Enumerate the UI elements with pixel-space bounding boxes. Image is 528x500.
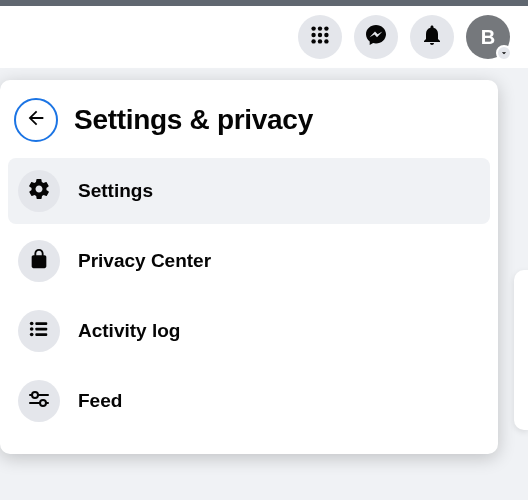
svg-point-7 bbox=[318, 39, 322, 43]
svg-rect-10 bbox=[35, 322, 47, 325]
menu-item-label: Activity log bbox=[78, 320, 180, 342]
menu-apps-button[interactable] bbox=[298, 15, 342, 59]
list-icon bbox=[28, 318, 50, 344]
svg-point-18 bbox=[40, 400, 46, 406]
svg-point-16 bbox=[32, 392, 38, 398]
icon-wrap bbox=[18, 240, 60, 282]
svg-point-3 bbox=[311, 33, 315, 37]
messenger-icon bbox=[364, 23, 388, 51]
settings-privacy-panel: Settings & privacy Settings Pr bbox=[0, 80, 498, 454]
panel-header: Settings & privacy bbox=[8, 90, 490, 158]
menu-item-feed[interactable]: Feed bbox=[8, 368, 490, 434]
menu-item-label: Feed bbox=[78, 390, 122, 412]
svg-point-0 bbox=[311, 26, 315, 30]
menu-item-activity-log[interactable]: Activity log bbox=[8, 298, 490, 364]
gear-icon bbox=[27, 177, 51, 205]
arrow-left-icon bbox=[25, 107, 47, 133]
panel-title: Settings & privacy bbox=[74, 104, 313, 136]
avatar-initial: B bbox=[481, 26, 495, 49]
svg-point-6 bbox=[311, 39, 315, 43]
menu-item-label: Settings bbox=[78, 180, 153, 202]
svg-point-4 bbox=[318, 33, 322, 37]
svg-point-13 bbox=[30, 333, 34, 337]
svg-point-5 bbox=[324, 33, 328, 37]
account-avatar-button[interactable]: B bbox=[466, 15, 510, 59]
back-button[interactable] bbox=[14, 98, 58, 142]
lock-icon bbox=[28, 248, 50, 274]
menu-list: Settings Privacy Center bbox=[8, 158, 490, 434]
svg-rect-14 bbox=[35, 333, 47, 336]
icon-wrap bbox=[18, 310, 60, 352]
svg-point-11 bbox=[30, 327, 34, 331]
right-shelf bbox=[514, 270, 528, 430]
messenger-button[interactable] bbox=[354, 15, 398, 59]
svg-point-9 bbox=[30, 322, 34, 326]
menu-item-privacy-center[interactable]: Privacy Center bbox=[8, 228, 490, 294]
svg-point-2 bbox=[324, 26, 328, 30]
icon-wrap bbox=[18, 380, 60, 422]
svg-point-1 bbox=[318, 26, 322, 30]
notifications-button[interactable] bbox=[410, 15, 454, 59]
svg-rect-12 bbox=[35, 328, 47, 331]
chevron-down-icon bbox=[496, 45, 512, 61]
sliders-icon bbox=[27, 387, 51, 415]
header-bar: B bbox=[0, 6, 528, 68]
grid-icon bbox=[309, 24, 331, 50]
icon-wrap bbox=[18, 170, 60, 212]
menu-item-label: Privacy Center bbox=[78, 250, 211, 272]
bell-icon bbox=[420, 23, 444, 51]
menu-item-settings[interactable]: Settings bbox=[8, 158, 490, 224]
svg-point-8 bbox=[324, 39, 328, 43]
